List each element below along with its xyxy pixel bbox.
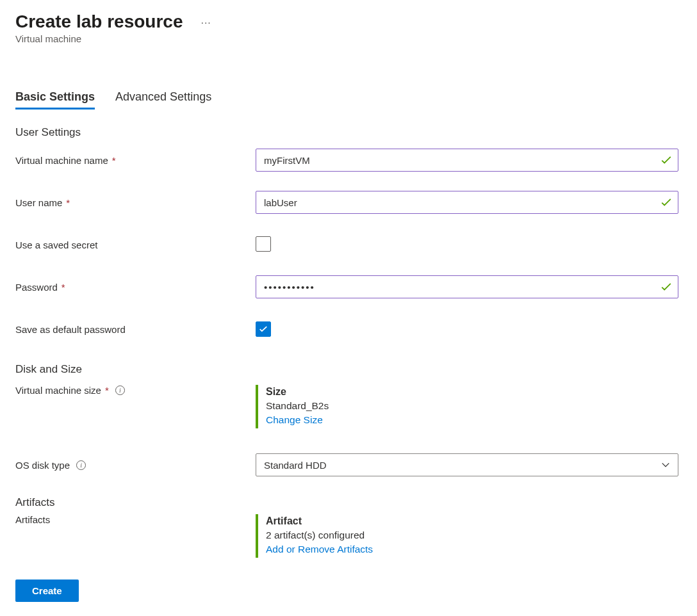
os-disk-type-label: OS disk type — [15, 460, 70, 471]
change-size-link[interactable]: Change Size — [266, 414, 678, 426]
more-actions-icon[interactable]: ··· — [201, 17, 211, 29]
artifacts-card: Artifact 2 artifact(s) configured Add or… — [256, 514, 678, 558]
page-subtitle: Virtual machine — [15, 33, 682, 44]
required-indicator: * — [66, 197, 70, 208]
required-indicator: * — [105, 385, 109, 396]
info-icon[interactable]: i — [76, 460, 86, 470]
page-title: Create lab resource — [15, 12, 183, 32]
save-default-password-label: Save as default password — [15, 324, 126, 335]
vm-name-label: Virtual machine name — [15, 155, 108, 166]
vm-size-label: Virtual machine size — [15, 385, 101, 396]
password-input[interactable] — [256, 275, 678, 298]
section-artifacts: Artifacts — [15, 496, 682, 509]
vm-name-input[interactable] — [256, 149, 678, 172]
username-label: User name — [15, 197, 62, 208]
vm-size-card-title: Size — [266, 386, 678, 398]
use-saved-secret-checkbox[interactable] — [256, 236, 271, 252]
artifacts-label: Artifacts — [15, 514, 50, 525]
required-indicator: * — [112, 155, 116, 166]
vm-size-card: Size Standard_B2s Change Size — [256, 385, 678, 428]
tab-advanced-settings[interactable]: Advanced Settings — [115, 90, 211, 109]
section-disk-and-size: Disk and Size — [15, 363, 682, 376]
valid-check-icon — [660, 197, 672, 208]
os-disk-type-value: Standard HDD — [264, 460, 327, 471]
tabs: Basic Settings Advanced Settings — [15, 90, 682, 109]
valid-check-icon — [660, 281, 672, 293]
required-indicator: * — [62, 282, 65, 293]
os-disk-type-select[interactable]: Standard HDD — [256, 453, 678, 476]
add-remove-artifacts-link[interactable]: Add or Remove Artifacts — [266, 544, 678, 555]
valid-check-icon — [660, 154, 672, 166]
tab-basic-settings[interactable]: Basic Settings — [15, 90, 95, 109]
info-icon[interactable]: i — [115, 385, 125, 395]
create-button[interactable]: Create — [15, 580, 79, 602]
artifacts-card-title: Artifact — [266, 515, 678, 527]
save-default-password-checkbox[interactable] — [256, 321, 271, 337]
password-label: Password — [15, 282, 58, 293]
username-input[interactable] — [256, 191, 678, 214]
chevron-down-icon — [661, 460, 670, 469]
vm-size-value: Standard_B2s — [266, 400, 678, 412]
artifacts-count: 2 artifact(s) configured — [266, 530, 678, 541]
section-user-settings: User Settings — [15, 126, 682, 139]
use-saved-secret-label: Use a saved secret — [15, 239, 97, 250]
